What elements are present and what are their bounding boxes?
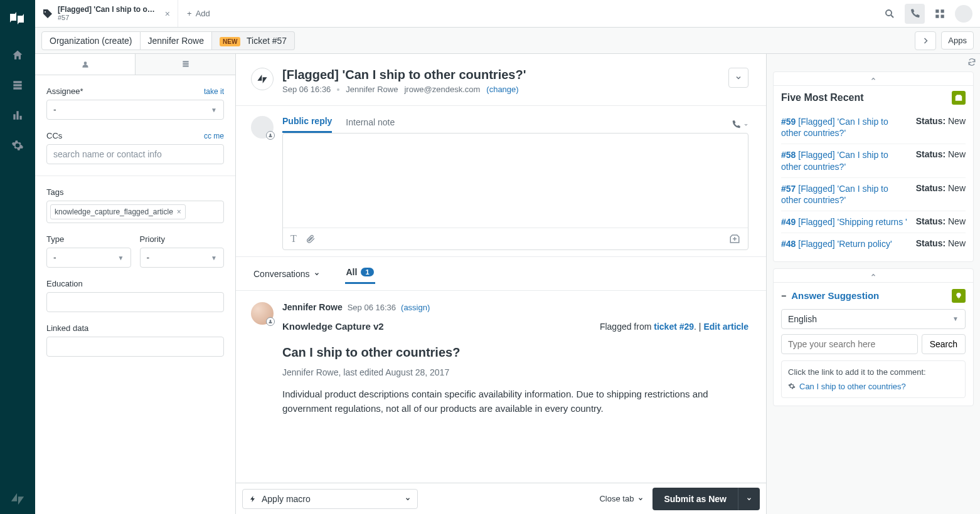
assignee-select[interactable]: - ▼ (46, 100, 224, 120)
type-label: Type (46, 234, 64, 244)
suggestion-link[interactable]: Can I ship to other countries? (788, 382, 959, 391)
svg-rect-8 (183, 65, 188, 66)
agent-badge-icon (266, 317, 275, 326)
talk-icon[interactable] (905, 4, 925, 24)
apps-grid-icon[interactable] (930, 4, 950, 24)
tabbar: [Flagged] 'Can I ship to o… #57 × + Add (35, 0, 980, 28)
close-tab-label: Close tab (599, 494, 634, 503)
change-requester-link[interactable]: (change) (486, 85, 518, 94)
recent-link[interactable]: #59 [Flagged] 'Can I ship to other count… (781, 116, 910, 139)
svg-point-0 (886, 10, 892, 16)
refresh-icon[interactable] (967, 58, 976, 66)
profile-avatar[interactable] (955, 5, 972, 23)
linked-data-input[interactable] (46, 337, 224, 357)
ticket-tab[interactable]: [Flagged] 'Can I ship to o… #57 × (35, 0, 178, 27)
filter-count: 1 (361, 268, 373, 276)
recent-item: #58 [Flagged] 'Can I ship to other count… (781, 144, 966, 177)
search-icon[interactable] (880, 4, 900, 24)
reply-textarea[interactable] (283, 134, 748, 228)
brand-avatar (251, 68, 274, 90)
public-reply-tab[interactable]: Public reply (282, 116, 332, 133)
panel-collapse-button[interactable] (774, 269, 973, 283)
tab-add-label: Add (196, 9, 210, 18)
assignee-label: Assignee* (46, 87, 83, 96)
sidebar-tab-ticket[interactable] (136, 54, 235, 75)
event-assign-link[interactable]: (assign) (401, 303, 430, 312)
priority-select[interactable]: - ▼ (140, 248, 225, 268)
education-input[interactable] (46, 292, 224, 312)
answer-hint: Click the link to add it to the comment: (788, 367, 959, 377)
crumb-ticket[interactable]: NEW Ticket #57 (212, 31, 295, 50)
flag-ticket-link[interactable]: ticket #29 (654, 322, 694, 332)
nav-views-icon[interactable] (5, 73, 30, 98)
submit-dropdown[interactable] (738, 488, 760, 510)
ticket-more-button[interactable] (728, 68, 748, 88)
take-it-link[interactable]: take it (204, 87, 224, 96)
recent-tickets-panel: Five Most Recent #59 [Flagged] 'Can I sh… (773, 71, 974, 262)
cc-me-link[interactable]: cc me (204, 132, 224, 140)
nav-admin-icon[interactable] (5, 133, 30, 158)
answer-search-button[interactable]: Search (922, 334, 966, 354)
language-value: English (788, 314, 817, 324)
sidebar-tab-requester[interactable] (35, 54, 136, 75)
agent-badge-icon (266, 131, 275, 140)
crumb-user[interactable]: Jennifer Rowe (141, 31, 213, 50)
bulb-icon (952, 289, 966, 303)
recent-link[interactable]: #58 [Flagged] 'Can I ship to other count… (781, 149, 910, 172)
collapse-minus-icon[interactable]: − (781, 291, 786, 301)
next-ticket-button[interactable] (915, 31, 936, 50)
answer-suggestion-panel: − Answer Suggestion English ▼ (773, 268, 974, 406)
close-tab-button[interactable]: Close tab (599, 494, 644, 503)
panel-collapse-button[interactable] (774, 72, 973, 86)
attach-icon[interactable] (306, 234, 316, 244)
event-avatar (251, 302, 274, 325)
svg-rect-6 (183, 61, 188, 62)
submit-button[interactable]: Submit as New (652, 488, 738, 510)
recent-link[interactable]: #49 [Flagged] 'Shipping returns ' (781, 216, 910, 228)
tab-subtitle: #57 (58, 14, 155, 21)
recent-item: #59 [Flagged] 'Can I ship to other count… (781, 111, 966, 144)
internal-note-tab[interactable]: Internal note (346, 117, 395, 132)
tab-add-button[interactable]: + Add (178, 0, 219, 27)
recent-link[interactable]: #57 [Flagged] 'Can I ship to other count… (781, 183, 910, 206)
apps-button[interactable]: Apps (941, 31, 974, 50)
svg-point-10 (270, 320, 272, 322)
ticket-date: Sep 06 16:36 (282, 85, 331, 94)
tab-close-icon[interactable]: × (165, 9, 170, 19)
call-button[interactable] (731, 120, 748, 130)
crumb-org[interactable]: Organization (create) (41, 31, 141, 50)
caret-down-icon: ▼ (211, 254, 217, 261)
conversations-dropdown[interactable]: Conversations (253, 269, 320, 279)
nav-rail (0, 0, 35, 514)
apply-macro-button[interactable]: Apply macro (242, 489, 418, 509)
language-select[interactable]: English ▼ (781, 309, 966, 329)
brand-logo (9, 10, 26, 28)
recent-status: Status: New (916, 116, 966, 139)
separator-dot (337, 88, 339, 91)
crumb-ticket-label: Ticket #57 (247, 36, 287, 46)
recent-link[interactable]: #48 [Flagged] 'Return policy' (781, 238, 910, 249)
edit-article-link[interactable]: Edit article (703, 322, 748, 332)
svg-rect-2 (941, 9, 944, 13)
nav-home-icon[interactable] (5, 43, 30, 68)
ccs-input[interactable] (46, 144, 224, 164)
ticket-icon (43, 9, 53, 19)
type-select[interactable]: - ▼ (46, 248, 131, 268)
recent-status: Status: New (916, 238, 966, 249)
article-meta: Jennifer Rowe, last edited August 28, 20… (282, 367, 748, 377)
ccs-label: CCs (46, 131, 62, 140)
apps-panel: Five Most Recent #59 [Flagged] 'Can I sh… (767, 54, 980, 514)
tag-chip[interactable]: knowledge_capture_flagged_article × (50, 204, 186, 219)
answer-title[interactable]: Answer Suggestion (791, 290, 879, 301)
article-title: Can I ship to other countries? (282, 345, 748, 360)
nav-reports-icon[interactable] (5, 103, 30, 128)
answer-search-input[interactable] (781, 334, 918, 354)
agent-avatar (251, 116, 274, 139)
filter-all-tab[interactable]: All 1 (345, 263, 375, 284)
app-badge-icon (952, 91, 966, 105)
format-text-icon[interactable]: T (290, 233, 297, 244)
svg-rect-7 (183, 63, 188, 65)
tag-remove-icon[interactable]: × (177, 207, 181, 216)
flag-prefix: Flagged from (600, 322, 654, 332)
knowledge-capture-icon[interactable] (729, 233, 740, 244)
